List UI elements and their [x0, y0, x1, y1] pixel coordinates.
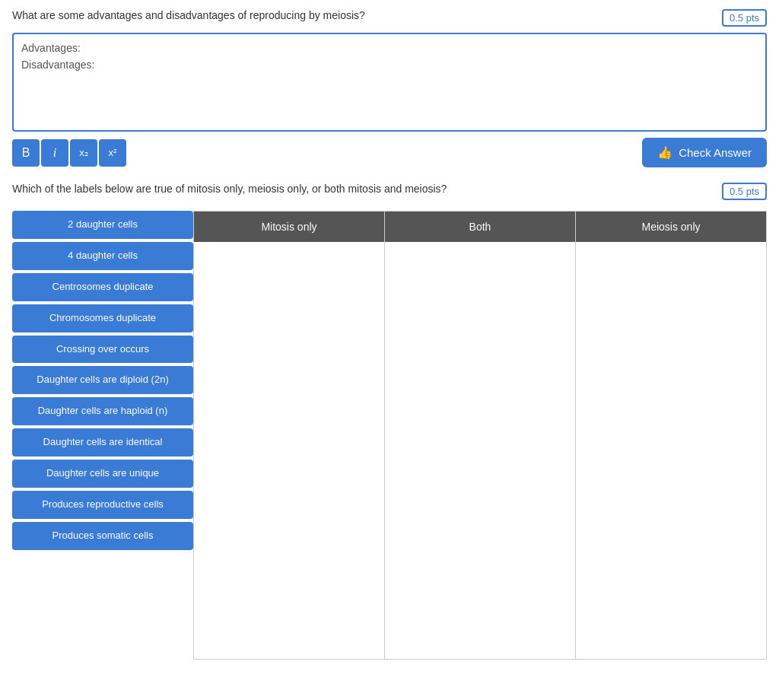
- label-item[interactable]: Daughter cells are identical: [12, 428, 193, 457]
- bold-button[interactable]: B: [12, 139, 40, 167]
- mitosis-only-body[interactable]: [194, 242, 384, 653]
- check-answer-label: Check Answer: [679, 146, 752, 159]
- label-item[interactable]: Daughter cells are unique: [12, 460, 193, 488]
- label-item[interactable]: Centrosomes duplicate: [12, 273, 193, 301]
- meiosis-only-body[interactable]: [576, 242, 766, 653]
- labels-column: 2 daughter cells4 daughter cellsCentroso…: [12, 211, 193, 550]
- label-item[interactable]: Produces reproductive cells: [12, 491, 193, 519]
- question2-pts: 0.5 pts: [722, 183, 767, 200]
- both-header: Both: [385, 212, 575, 242]
- question1-text: What are some advantages and disadvantag…: [12, 9, 713, 21]
- thumbs-icon: 👍: [657, 145, 672, 160]
- label-item[interactable]: Chromosomes duplicate: [12, 304, 193, 332]
- mitosis-only-header: Mitosis only: [194, 212, 384, 242]
- toolbar-row: B i x₂ x² 👍 Check Answer: [12, 138, 767, 167]
- drop-columns: Mitosis only Both Meiosis only: [193, 211, 767, 660]
- label-item[interactable]: Produces somatic cells: [12, 522, 193, 550]
- meiosis-only-header: Meiosis only: [576, 212, 766, 242]
- both-column[interactable]: Both: [384, 211, 575, 660]
- label-item[interactable]: 4 daughter cells: [12, 242, 193, 270]
- question2-row: Which of the labels below are true of mi…: [12, 183, 767, 200]
- check-answer-button[interactable]: 👍 Check Answer: [642, 138, 767, 167]
- format-buttons: B i x₂ x²: [12, 139, 126, 167]
- mitosis-only-column[interactable]: Mitosis only: [193, 211, 384, 660]
- meiosis-only-column[interactable]: Meiosis only: [575, 211, 767, 660]
- label-item[interactable]: Crossing over occurs: [12, 336, 193, 364]
- disadvantages-label: Disadvantages:: [21, 59, 758, 71]
- both-body[interactable]: [385, 242, 575, 653]
- page-wrapper: What are some advantages and disadvantag…: [0, 0, 779, 669]
- question1-pts: 0.5 pts: [722, 9, 767, 27]
- superscript-button[interactable]: x²: [99, 139, 126, 167]
- italic-button[interactable]: i: [41, 139, 68, 167]
- advantages-label: Advantages:: [21, 42, 758, 54]
- question2-text: Which of the labels below are true of mi…: [12, 183, 713, 195]
- dnd-layout: 2 daughter cells4 daughter cellsCentroso…: [12, 211, 767, 660]
- label-item[interactable]: Daughter cells are diploid (2n): [12, 366, 193, 394]
- subscript-button[interactable]: x₂: [70, 139, 97, 167]
- answer-box[interactable]: Advantages: Disadvantages:: [12, 33, 767, 132]
- label-item[interactable]: Daughter cells are haploid (n): [12, 397, 193, 425]
- label-item[interactable]: 2 daughter cells: [12, 211, 193, 239]
- question1-row: What are some advantages and disadvantag…: [12, 9, 767, 27]
